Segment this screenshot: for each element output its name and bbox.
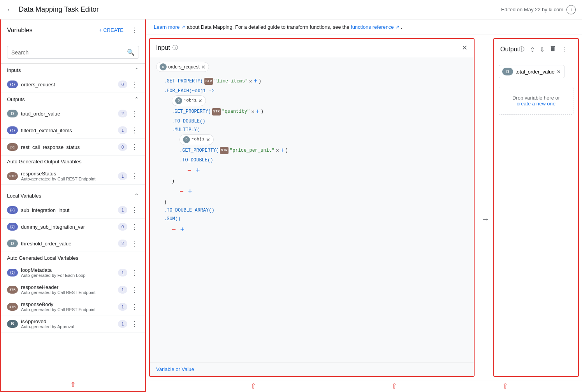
expr-line: .GET_PROPERTY( STR "line_items" ✕ + ) [156,76,468,87]
count-badge: 2 [118,110,127,117]
inputs-section-header[interactable]: Inputs ⌃ [1,64,145,76]
output-panel-content: D total_order_value ✕ Drop variable here… [494,60,578,376]
search-area: 🔍 [1,41,145,64]
more-options-button[interactable]: ⋮ [559,44,569,55]
type-badge: STR [7,286,18,294]
input-panel-header: Input ⓘ ✕ [150,39,474,57]
more-options-button[interactable]: ⋮ [130,125,139,135]
more-options-button[interactable]: ⋮ [130,302,139,312]
remove-btn[interactable]: − [172,224,176,236]
count-badge: 1 [118,206,127,214]
list-item: STR responseBody Auto-generated by Call … [1,298,145,315]
output-up-arrow: ⇧ [428,382,582,390]
obj1-chip[interactable]: D ~obj1 ✕ [172,95,206,106]
delete-button[interactable] [548,44,558,55]
list-item: B isApproved Auto-generated by Approval … [1,315,145,332]
collapse-sidebar-button[interactable]: ⋮ [130,25,139,35]
variable-name: rest_call_response_status [21,144,115,150]
add-btn[interactable]: + [180,224,185,236]
edited-text: Edited on May 22 by ki.com [501,7,563,12]
more-options-button[interactable]: ⋮ [130,205,139,215]
add-value-button[interactable]: Variable or Value [156,366,194,372]
right-arrow-icon: → [482,215,489,224]
drop-zone[interactable]: Drop variable here or create a new one [499,87,573,115]
output-info-icon[interactable]: ⓘ [519,46,524,53]
variable-subtitle: Auto-generated by Approval [21,324,115,329]
create-new-link[interactable]: create a new one [517,101,556,107]
more-options-button[interactable]: ⋮ [130,285,139,295]
close-input-button[interactable]: ✕ [462,44,468,52]
remove-str-button[interactable]: ✕ [276,148,279,153]
move-up-button[interactable]: ⇧ [528,44,536,55]
expr-controls-row: − + [156,186,468,198]
list-item: STR responseStatus Auto-generated by Cal… [1,168,145,185]
list-item: {J} sub_integration_input 1 ⋮ [1,202,145,219]
orders-request-chip[interactable]: D orders_request ✕ [156,62,209,72]
remove-str-button[interactable]: ✕ [249,79,252,84]
info-period: . [401,24,403,30]
local-section-header[interactable]: Local Variables ⌃ [1,189,145,202]
chip-close-button[interactable]: ✕ [557,69,561,75]
more-options-button[interactable]: ⋮ [130,238,139,248]
add-param-button[interactable]: + [253,76,257,87]
info-icon[interactable]: i [566,5,576,14]
obj1-chip2[interactable]: D ~obj1 ✕ [179,134,214,145]
variable-name: orders_request [21,82,115,88]
remove-btn[interactable]: − [187,164,192,177]
sidebar-up-arrow: ⇧ [146,382,360,390]
more-options-button[interactable]: ⋮ [130,142,139,152]
output-panel-title: Output [500,46,519,53]
more-options-button[interactable]: ⋮ [130,171,139,181]
inputs-chevron-icon: ⌃ [134,67,139,73]
expr-line: .GET_PROPERTY( STR "quantity" ✕ + ) [156,106,468,117]
closing-paren: ) [258,77,261,86]
method-text: .TO_DOUBLE() [172,117,205,126]
more-options-button[interactable]: ⋮ [130,108,139,119]
chip-close-button[interactable]: ✕ [198,98,202,104]
chip-label: ~obj1 [184,97,197,105]
count-badge: 0 [118,223,127,231]
chip-close-button[interactable]: ✕ [206,137,210,143]
string-value: "quantity" [222,108,250,116]
outputs-chevron-icon: ⌃ [134,96,139,102]
remove-btn[interactable]: − [179,186,184,198]
add-param-button[interactable]: + [256,106,260,117]
learn-more-link[interactable]: Learn more ↗ [154,24,185,30]
input-up-arrow: ⇧ [360,382,428,390]
expression-block: .GET_PROPERTY( STR "line_items" ✕ + ) .F… [156,76,468,236]
str-type-badge: STR [220,147,229,154]
method-text: .GET_PROPERTY( [172,108,211,116]
search-input[interactable] [11,49,124,56]
closing-paren: ) [261,108,264,116]
back-button[interactable]: ← [6,5,14,14]
list-item: {J} loopMetadata Auto-generated by For E… [1,264,145,281]
functions-reference-link[interactable]: functions reference ↗ [351,24,399,30]
outputs-section-header[interactable]: Outputs ⌃ [1,93,145,105]
more-options-button[interactable]: ⋮ [130,268,139,278]
expr-line: .MULTIPLY( [156,126,468,135]
sidebar-title: Variables [7,27,96,34]
outputs-section-title: Outputs [7,96,134,102]
more-options-button[interactable]: ⋮ [130,319,139,329]
add-btn[interactable]: + [196,164,200,177]
more-options-button[interactable]: ⋮ [130,222,139,232]
sidebar-bottom-indicator: ⇧ [1,378,145,391]
chip-close-button[interactable]: ✕ [201,64,206,70]
expr-line: .GET_PROPERTY( STR "price_per_unit" ✕ + … [156,145,468,156]
remove-str-button[interactable]: ✕ [251,109,255,114]
list-item: {J} filtered_external_items 1 ⋮ [1,122,145,139]
create-button[interactable]: + CREATE [96,26,127,35]
add-btn[interactable]: + [188,186,192,198]
auto-output-section-header[interactable]: Auto Generated Output Variables [1,156,145,168]
str-type-badge: STR [212,108,221,115]
move-down-button[interactable]: ⇩ [538,44,546,55]
more-options-button[interactable]: ⋮ [130,79,139,89]
add-param-button[interactable]: + [280,145,284,156]
chip-label: orders_request [168,64,200,70]
variable-subtitle: Auto-generated by Call REST Endpoint [21,290,115,295]
string-value: "price_per_unit" [230,147,274,155]
auto-local-section-header[interactable]: Auto Generated Local Variables [1,252,145,264]
method-text: .TO_DOUBLE_ARRAY() [164,206,215,215]
output-toolbar: ⇧ ⇩ ⋮ [525,44,572,55]
input-info-icon[interactable]: ⓘ [172,44,178,51]
